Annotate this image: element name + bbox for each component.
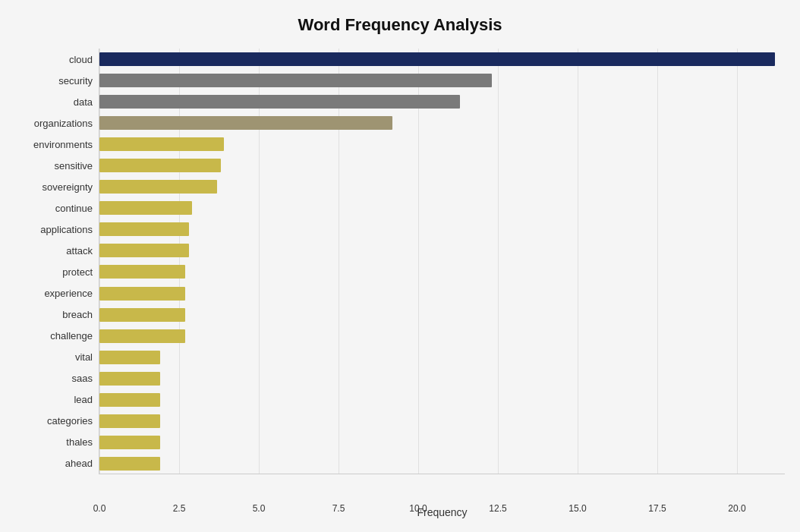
bar [99, 222, 189, 236]
y-label: protect [62, 267, 93, 277]
y-label: organizations [34, 118, 93, 128]
chart-container: Word Frequency Analysis cloudsecuritydat… [0, 0, 800, 532]
bar-row [99, 136, 785, 153]
bar-row [99, 349, 785, 366]
bar [99, 201, 192, 215]
bar-row [99, 370, 785, 387]
bar [99, 116, 392, 130]
bar [99, 244, 189, 257]
bar [99, 372, 160, 386]
bar [99, 393, 160, 407]
bar-row [99, 93, 785, 110]
y-label: thales [66, 437, 93, 447]
x-axis-label: Frequency [99, 506, 785, 518]
bar [99, 414, 160, 428]
chart-area: cloudsecuritydataorganizationsenvironmen… [15, 49, 785, 474]
y-label: vital [75, 352, 93, 362]
y-label: attack [66, 246, 93, 256]
y-label: continue [55, 203, 93, 213]
bar-row [99, 263, 785, 280]
bar-row [99, 307, 785, 323]
bars-and-grid: 0.02.55.07.510.012.515.017.520.0 Frequen… [99, 49, 785, 474]
y-label: challenge [50, 331, 93, 341]
bar [99, 457, 160, 471]
bar [99, 351, 160, 364]
bar-row [99, 328, 785, 345]
bar [99, 52, 775, 66]
y-label: data [74, 97, 93, 107]
bar-row [99, 285, 785, 302]
bar [99, 74, 492, 87]
bar [99, 265, 185, 279]
y-label: cloud [69, 55, 93, 65]
bar-row [99, 434, 785, 451]
y-label: categories [47, 416, 93, 426]
bar [99, 95, 460, 109]
bar-row [99, 392, 785, 408]
bar [99, 137, 224, 151]
bar-row [99, 413, 785, 430]
bar-row [99, 455, 785, 472]
bar-row [99, 221, 785, 238]
bar-row [99, 200, 785, 216]
y-label: ahead [65, 458, 93, 468]
chart-title: Word Frequency Analysis [15, 15, 785, 35]
y-label: breach [62, 310, 93, 320]
y-label: sovereignty [43, 182, 93, 192]
bar [99, 180, 217, 194]
bar-row [99, 115, 785, 131]
bar [99, 159, 221, 172]
bar [99, 287, 185, 301]
bar-row [99, 242, 785, 259]
bar [99, 308, 185, 322]
y-label: experience [44, 288, 93, 298]
bar-row [99, 157, 785, 174]
bar-row [99, 178, 785, 195]
y-label: security [58, 76, 93, 86]
y-label: lead [74, 395, 93, 405]
y-labels: cloudsecuritydataorganizationsenvironmen… [15, 49, 99, 474]
y-label: applications [40, 225, 93, 235]
bar-row [99, 72, 785, 89]
bar [99, 436, 160, 449]
bar [99, 329, 185, 343]
y-label: environments [33, 140, 93, 150]
y-label: saas [72, 373, 93, 383]
bar-row [99, 51, 785, 68]
y-label: sensitive [54, 161, 93, 171]
